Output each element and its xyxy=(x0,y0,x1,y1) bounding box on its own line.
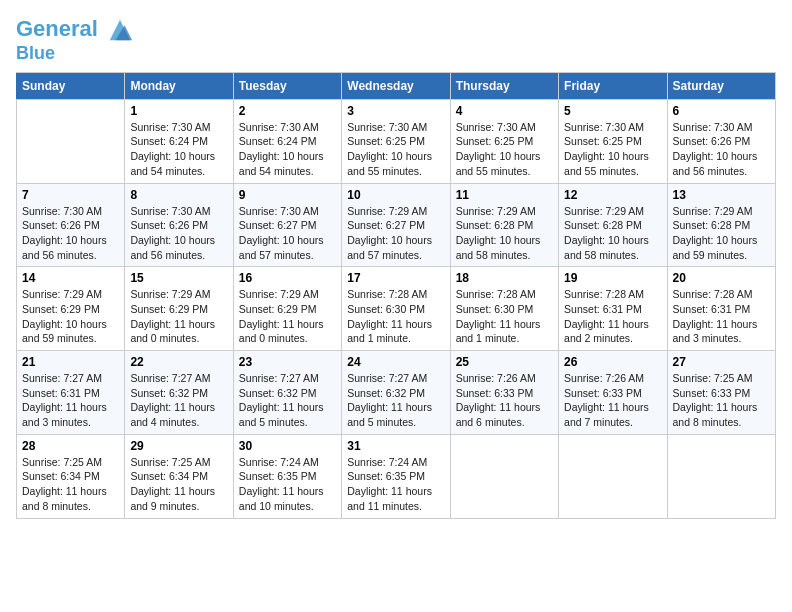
calendar-cell: 6Sunrise: 7:30 AMSunset: 6:26 PMDaylight… xyxy=(667,99,775,183)
calendar-cell: 10Sunrise: 7:29 AMSunset: 6:27 PMDayligh… xyxy=(342,183,450,267)
page-header: General Blue xyxy=(16,16,776,64)
calendar-cell xyxy=(17,99,125,183)
column-header-sunday: Sunday xyxy=(17,72,125,99)
calendar-cell: 2Sunrise: 7:30 AMSunset: 6:24 PMDaylight… xyxy=(233,99,341,183)
day-number: 1 xyxy=(130,104,227,118)
calendar-cell: 23Sunrise: 7:27 AMSunset: 6:32 PMDayligh… xyxy=(233,351,341,435)
day-number: 26 xyxy=(564,355,661,369)
calendar-cell: 17Sunrise: 7:28 AMSunset: 6:30 PMDayligh… xyxy=(342,267,450,351)
day-number: 16 xyxy=(239,271,336,285)
calendar-cell: 20Sunrise: 7:28 AMSunset: 6:31 PMDayligh… xyxy=(667,267,775,351)
logo-text: General xyxy=(16,16,134,44)
calendar-cell: 7Sunrise: 7:30 AMSunset: 6:26 PMDaylight… xyxy=(17,183,125,267)
day-number: 15 xyxy=(130,271,227,285)
day-number: 8 xyxy=(130,188,227,202)
day-info: Sunrise: 7:26 AMSunset: 6:33 PMDaylight:… xyxy=(456,371,553,430)
calendar-cell xyxy=(559,434,667,518)
day-info: Sunrise: 7:30 AMSunset: 6:26 PMDaylight:… xyxy=(22,204,119,263)
calendar-cell: 29Sunrise: 7:25 AMSunset: 6:34 PMDayligh… xyxy=(125,434,233,518)
day-number: 19 xyxy=(564,271,661,285)
column-header-saturday: Saturday xyxy=(667,72,775,99)
day-info: Sunrise: 7:30 AMSunset: 6:27 PMDaylight:… xyxy=(239,204,336,263)
calendar-table: SundayMondayTuesdayWednesdayThursdayFrid… xyxy=(16,72,776,519)
day-info: Sunrise: 7:27 AMSunset: 6:32 PMDaylight:… xyxy=(239,371,336,430)
day-info: Sunrise: 7:29 AMSunset: 6:28 PMDaylight:… xyxy=(673,204,770,263)
calendar-cell: 8Sunrise: 7:30 AMSunset: 6:26 PMDaylight… xyxy=(125,183,233,267)
logo-subtext: Blue xyxy=(16,44,134,64)
day-number: 24 xyxy=(347,355,444,369)
day-info: Sunrise: 7:29 AMSunset: 6:27 PMDaylight:… xyxy=(347,204,444,263)
day-info: Sunrise: 7:28 AMSunset: 6:31 PMDaylight:… xyxy=(673,287,770,346)
day-info: Sunrise: 7:24 AMSunset: 6:35 PMDaylight:… xyxy=(347,455,444,514)
calendar-cell: 1Sunrise: 7:30 AMSunset: 6:24 PMDaylight… xyxy=(125,99,233,183)
day-number: 3 xyxy=(347,104,444,118)
calendar-cell: 26Sunrise: 7:26 AMSunset: 6:33 PMDayligh… xyxy=(559,351,667,435)
day-number: 29 xyxy=(130,439,227,453)
day-number: 17 xyxy=(347,271,444,285)
day-info: Sunrise: 7:29 AMSunset: 6:28 PMDaylight:… xyxy=(456,204,553,263)
column-header-wednesday: Wednesday xyxy=(342,72,450,99)
day-info: Sunrise: 7:25 AMSunset: 6:34 PMDaylight:… xyxy=(130,455,227,514)
calendar-cell: 16Sunrise: 7:29 AMSunset: 6:29 PMDayligh… xyxy=(233,267,341,351)
day-number: 4 xyxy=(456,104,553,118)
day-number: 20 xyxy=(673,271,770,285)
day-info: Sunrise: 7:30 AMSunset: 6:25 PMDaylight:… xyxy=(564,120,661,179)
day-number: 21 xyxy=(22,355,119,369)
column-header-tuesday: Tuesday xyxy=(233,72,341,99)
calendar-cell: 22Sunrise: 7:27 AMSunset: 6:32 PMDayligh… xyxy=(125,351,233,435)
day-info: Sunrise: 7:30 AMSunset: 6:25 PMDaylight:… xyxy=(347,120,444,179)
day-info: Sunrise: 7:30 AMSunset: 6:26 PMDaylight:… xyxy=(130,204,227,263)
calendar-cell xyxy=(667,434,775,518)
calendar-week-2: 7Sunrise: 7:30 AMSunset: 6:26 PMDaylight… xyxy=(17,183,776,267)
calendar-cell xyxy=(450,434,558,518)
calendar-cell: 5Sunrise: 7:30 AMSunset: 6:25 PMDaylight… xyxy=(559,99,667,183)
calendar-cell: 21Sunrise: 7:27 AMSunset: 6:31 PMDayligh… xyxy=(17,351,125,435)
calendar-cell: 15Sunrise: 7:29 AMSunset: 6:29 PMDayligh… xyxy=(125,267,233,351)
calendar-cell: 14Sunrise: 7:29 AMSunset: 6:29 PMDayligh… xyxy=(17,267,125,351)
day-info: Sunrise: 7:26 AMSunset: 6:33 PMDaylight:… xyxy=(564,371,661,430)
day-info: Sunrise: 7:25 AMSunset: 6:34 PMDaylight:… xyxy=(22,455,119,514)
calendar-cell: 3Sunrise: 7:30 AMSunset: 6:25 PMDaylight… xyxy=(342,99,450,183)
day-info: Sunrise: 7:27 AMSunset: 6:31 PMDaylight:… xyxy=(22,371,119,430)
day-info: Sunrise: 7:29 AMSunset: 6:29 PMDaylight:… xyxy=(22,287,119,346)
day-info: Sunrise: 7:24 AMSunset: 6:35 PMDaylight:… xyxy=(239,455,336,514)
day-number: 9 xyxy=(239,188,336,202)
day-number: 2 xyxy=(239,104,336,118)
day-info: Sunrise: 7:28 AMSunset: 6:31 PMDaylight:… xyxy=(564,287,661,346)
day-info: Sunrise: 7:29 AMSunset: 6:28 PMDaylight:… xyxy=(564,204,661,263)
calendar-cell: 13Sunrise: 7:29 AMSunset: 6:28 PMDayligh… xyxy=(667,183,775,267)
day-number: 5 xyxy=(564,104,661,118)
column-header-friday: Friday xyxy=(559,72,667,99)
day-number: 14 xyxy=(22,271,119,285)
calendar-week-1: 1Sunrise: 7:30 AMSunset: 6:24 PMDaylight… xyxy=(17,99,776,183)
calendar-cell: 27Sunrise: 7:25 AMSunset: 6:33 PMDayligh… xyxy=(667,351,775,435)
calendar-cell: 31Sunrise: 7:24 AMSunset: 6:35 PMDayligh… xyxy=(342,434,450,518)
day-info: Sunrise: 7:25 AMSunset: 6:33 PMDaylight:… xyxy=(673,371,770,430)
calendar-week-5: 28Sunrise: 7:25 AMSunset: 6:34 PMDayligh… xyxy=(17,434,776,518)
calendar-cell: 30Sunrise: 7:24 AMSunset: 6:35 PMDayligh… xyxy=(233,434,341,518)
calendar-cell: 19Sunrise: 7:28 AMSunset: 6:31 PMDayligh… xyxy=(559,267,667,351)
calendar-cell: 24Sunrise: 7:27 AMSunset: 6:32 PMDayligh… xyxy=(342,351,450,435)
day-number: 28 xyxy=(22,439,119,453)
calendar-cell: 28Sunrise: 7:25 AMSunset: 6:34 PMDayligh… xyxy=(17,434,125,518)
calendar-header-row: SundayMondayTuesdayWednesdayThursdayFrid… xyxy=(17,72,776,99)
logo: General Blue xyxy=(16,16,134,64)
day-number: 18 xyxy=(456,271,553,285)
day-number: 25 xyxy=(456,355,553,369)
calendar-cell: 18Sunrise: 7:28 AMSunset: 6:30 PMDayligh… xyxy=(450,267,558,351)
day-info: Sunrise: 7:30 AMSunset: 6:24 PMDaylight:… xyxy=(239,120,336,179)
calendar-cell: 25Sunrise: 7:26 AMSunset: 6:33 PMDayligh… xyxy=(450,351,558,435)
day-number: 31 xyxy=(347,439,444,453)
day-number: 11 xyxy=(456,188,553,202)
day-info: Sunrise: 7:30 AMSunset: 6:24 PMDaylight:… xyxy=(130,120,227,179)
column-header-thursday: Thursday xyxy=(450,72,558,99)
column-header-monday: Monday xyxy=(125,72,233,99)
calendar-week-4: 21Sunrise: 7:27 AMSunset: 6:31 PMDayligh… xyxy=(17,351,776,435)
calendar-cell: 4Sunrise: 7:30 AMSunset: 6:25 PMDaylight… xyxy=(450,99,558,183)
calendar-cell: 12Sunrise: 7:29 AMSunset: 6:28 PMDayligh… xyxy=(559,183,667,267)
day-number: 6 xyxy=(673,104,770,118)
day-number: 12 xyxy=(564,188,661,202)
day-info: Sunrise: 7:27 AMSunset: 6:32 PMDaylight:… xyxy=(130,371,227,430)
day-number: 23 xyxy=(239,355,336,369)
day-number: 22 xyxy=(130,355,227,369)
